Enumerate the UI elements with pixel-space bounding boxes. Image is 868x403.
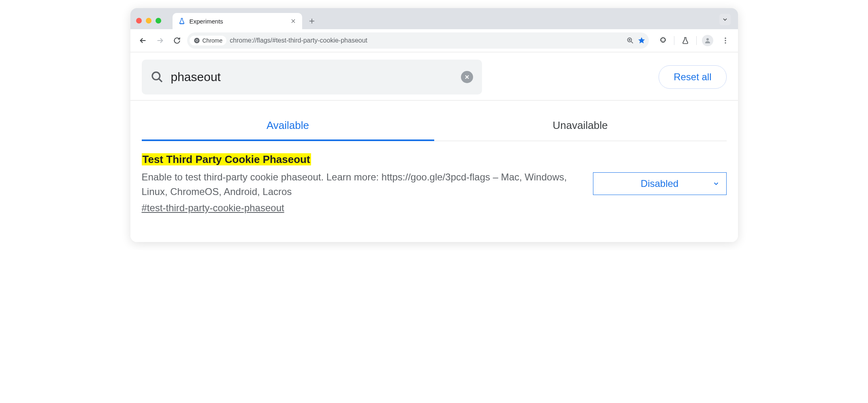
- close-window-button[interactable]: [136, 18, 142, 24]
- site-chip-label: Chrome: [203, 37, 223, 44]
- tab-bar: Experiments: [130, 8, 738, 29]
- divider: [130, 100, 738, 101]
- reset-all-button[interactable]: Reset all: [659, 65, 726, 89]
- divider: [674, 36, 674, 45]
- reload-button[interactable]: [170, 34, 184, 47]
- page-content: Reset all Available Unavailable Test Thi…: [130, 52, 738, 242]
- bookmark-star-icon[interactable]: [638, 36, 646, 45]
- tab-unavailable[interactable]: Unavailable: [434, 112, 727, 141]
- maximize-window-button[interactable]: [156, 18, 161, 24]
- browser-window: Experiments Chrome chrome:: [130, 8, 738, 242]
- extensions-button[interactable]: [656, 34, 670, 47]
- minimize-window-button[interactable]: [146, 18, 151, 24]
- forward-button[interactable]: [153, 34, 167, 47]
- experiment-anchor-link[interactable]: #test-third-party-cookie-phaseout: [142, 202, 284, 214]
- svg-point-8: [152, 72, 160, 80]
- svg-point-5: [725, 38, 726, 39]
- browser-tab[interactable]: Experiments: [173, 13, 302, 29]
- select-value: Disabled: [641, 178, 678, 189]
- flag-tabs: Available Unavailable: [142, 112, 727, 141]
- window-controls: [136, 18, 161, 24]
- search-box[interactable]: [142, 60, 482, 94]
- close-tab-button[interactable]: [290, 18, 296, 24]
- search-icon: [151, 71, 164, 84]
- experiment-description: Enable to test third-party cookie phaseo…: [142, 170, 577, 199]
- svg-point-6: [725, 40, 726, 41]
- profile-button[interactable]: [701, 34, 714, 47]
- new-tab-button[interactable]: [308, 17, 316, 25]
- tab-title: Experiments: [190, 18, 286, 25]
- url-text: chrome://flags/#test-third-party-cookie-…: [230, 37, 623, 44]
- tab-available[interactable]: Available: [142, 112, 434, 141]
- avatar-icon: [702, 35, 713, 46]
- clear-search-button[interactable]: [461, 71, 473, 83]
- menu-button[interactable]: [719, 34, 732, 47]
- site-chip[interactable]: Chrome: [190, 36, 227, 45]
- toolbar-actions: [656, 34, 732, 47]
- browser-toolbar: Chrome chrome://flags/#test-third-party-…: [130, 29, 738, 52]
- search-input[interactable]: [171, 70, 454, 84]
- back-button[interactable]: [136, 34, 150, 47]
- zoom-icon[interactable]: [626, 36, 634, 45]
- address-bar[interactable]: Chrome chrome://flags/#test-third-party-…: [187, 32, 649, 49]
- experiment-title: Test Third Party Cookie Phaseout: [142, 153, 311, 165]
- svg-point-7: [725, 42, 726, 43]
- experiment-state-select[interactable]: Disabled: [593, 172, 727, 195]
- chrome-icon: [194, 37, 200, 44]
- experiment-row: Test Third Party Cookie Phaseout Enable …: [142, 141, 727, 222]
- tab-overflow-button[interactable]: [719, 14, 731, 25]
- labs-button[interactable]: [678, 34, 692, 47]
- chevron-down-icon: [712, 180, 720, 187]
- divider: [696, 36, 697, 45]
- svg-point-4: [706, 38, 709, 41]
- flask-icon: [178, 17, 186, 25]
- svg-point-2: [196, 40, 198, 41]
